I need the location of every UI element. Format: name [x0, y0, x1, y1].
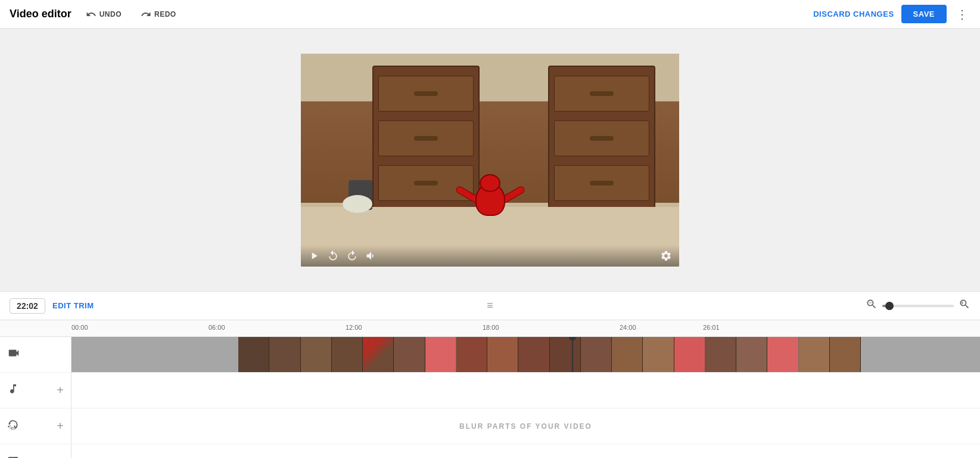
- handle: [590, 181, 614, 185]
- video-controls: [301, 245, 679, 267]
- app-title: Video editor: [10, 8, 71, 20]
- thumb-17: [736, 337, 767, 372]
- add-subtitle-button[interactable]: +: [57, 455, 64, 458]
- blur-track: + BLUR PARTS OF YOUR VIDEO: [0, 409, 980, 444]
- zoom-thumb[interactable]: [885, 302, 894, 310]
- thumb-10: [518, 337, 549, 372]
- handle: [590, 91, 614, 96]
- thumb-19: [799, 337, 830, 372]
- thumb-9: [487, 337, 518, 372]
- thumb-3: [301, 337, 332, 372]
- head: [480, 174, 500, 192]
- timeline-toolbar: 22:02 EDIT TRIM ≡: [0, 292, 980, 320]
- audio-track-label: +: [0, 373, 71, 408]
- add-blur-button[interactable]: +: [57, 419, 64, 433]
- video-track: [0, 337, 980, 373]
- blur-track-content: BLUR PARTS OF YOUR VIDEO: [71, 409, 980, 444]
- zoom-out-icon[interactable]: [866, 298, 878, 313]
- undo-label: UNDO: [99, 10, 122, 18]
- audio-track: +: [0, 373, 980, 409]
- thumb-14: [643, 337, 674, 372]
- trim-end: [861, 337, 980, 372]
- ruler-labels: 00:00 06:00 12:00 18:00 24:00 26:01: [71, 320, 980, 336]
- thumb-8: [456, 337, 487, 372]
- thumb-16: [705, 337, 736, 372]
- thumb-11: [550, 337, 581, 372]
- ruler-mark-1: 06:00: [209, 324, 225, 331]
- timeline-ruler: 00:00 06:00 12:00 18:00 24:00 26:01: [0, 320, 980, 337]
- top-bar: Video editor UNDO REDO DISCARD CHANGES S…: [0, 0, 980, 29]
- zoom-slider[interactable]: [882, 305, 954, 307]
- zoom-in-icon[interactable]: [959, 298, 970, 313]
- top-bar-left: Video editor UNDO REDO: [10, 7, 181, 22]
- handle: [590, 136, 614, 141]
- edit-trim-button[interactable]: EDIT TRIM: [52, 301, 94, 310]
- drag-handle[interactable]: ≡: [487, 299, 493, 312]
- video-track-icon: [7, 346, 20, 363]
- handle: [414, 91, 438, 96]
- video-track-content: [71, 337, 980, 372]
- timeline-tracks: + + BLUR PARTS OF YOUR VIDEO: [0, 337, 980, 458]
- thumb-20: [830, 337, 861, 372]
- video-area: [0, 29, 980, 291]
- thumb-2: [269, 337, 300, 372]
- thumbnail-strip: [238, 337, 861, 372]
- thumb-12: [581, 337, 612, 372]
- subtitle-track-label: +: [0, 444, 71, 458]
- time-display: 22:02: [10, 298, 45, 314]
- undo-button[interactable]: UNDO: [81, 7, 126, 22]
- object-white: [343, 195, 372, 213]
- ruler-mark-2: 12:00: [346, 324, 362, 331]
- undo-icon: [86, 9, 97, 20]
- thumb-18: [767, 337, 798, 372]
- save-button[interactable]: SAVE: [901, 5, 947, 23]
- trim-start: [71, 337, 238, 372]
- thumb-6: [394, 337, 425, 372]
- blur-placeholder-text: BLUR PARTS OF YOUR VIDEO: [71, 422, 980, 431]
- video-filmstrip: [71, 337, 980, 372]
- dresser-right: [548, 66, 655, 221]
- audio-track-icon: [7, 383, 19, 398]
- main-content: 22:02 EDIT TRIM ≡ 00:00 06:00: [0, 29, 980, 458]
- handle: [414, 181, 438, 185]
- forward-button[interactable]: [346, 250, 358, 262]
- timeline-zoom: [866, 298, 970, 313]
- ruler-mark-3: 18:00: [483, 324, 499, 331]
- drawer-mid-right: [554, 120, 649, 156]
- redo-label: REDO: [154, 10, 176, 18]
- video-preview: [301, 54, 679, 267]
- discard-changes-button[interactable]: DISCARD CHANGES: [813, 10, 894, 18]
- thumb-1: [238, 337, 269, 372]
- ruler-mark-5: 26:01: [703, 324, 720, 331]
- subtitle-track-icon: [7, 455, 19, 459]
- video-track-label: [0, 337, 71, 372]
- redo-button[interactable]: REDO: [136, 7, 181, 22]
- timeline-area: 22:02 EDIT TRIM ≡ 00:00 06:00: [0, 291, 980, 458]
- thumb-13: [612, 337, 643, 372]
- drawer-top-right: [554, 76, 649, 112]
- volume-button[interactable]: [365, 250, 377, 262]
- settings-button[interactable]: [660, 250, 672, 262]
- thumb-4: [332, 337, 363, 372]
- handle: [414, 136, 438, 141]
- thumb-7: [425, 337, 456, 372]
- thumb-15: [674, 337, 705, 372]
- thumb-5: [363, 337, 394, 372]
- ruler-mark-4: 24:00: [620, 324, 636, 331]
- video-frame: [301, 54, 679, 267]
- subtitle-track: +: [0, 444, 980, 458]
- spiderman-figure: [455, 177, 526, 231]
- drawer-bot-right: [554, 165, 649, 201]
- drawer-top-left: [378, 76, 474, 112]
- rewind-button[interactable]: [327, 250, 339, 262]
- redo-icon: [141, 9, 151, 20]
- blur-track-label: +: [0, 409, 71, 444]
- subtitle-track-content: [71, 444, 980, 458]
- audio-track-content: [71, 373, 980, 408]
- add-audio-button[interactable]: +: [57, 383, 64, 397]
- drawer-mid-left: [378, 120, 474, 156]
- more-options-button[interactable]: ⋮: [954, 5, 970, 24]
- top-bar-right: DISCARD CHANGES SAVE ⋮: [813, 5, 970, 24]
- play-button[interactable]: [308, 250, 320, 262]
- blur-track-icon: [7, 419, 19, 434]
